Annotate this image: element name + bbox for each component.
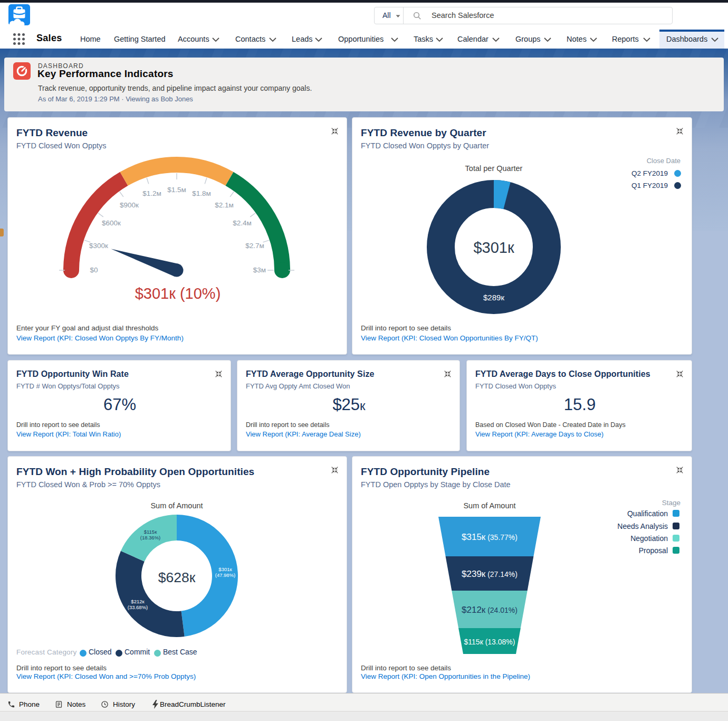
svg-text:$900к: $900к bbox=[120, 201, 139, 209]
svg-text:$2.7м: $2.7м bbox=[245, 242, 264, 250]
svg-text:$300к: $300к bbox=[89, 242, 108, 250]
svg-text:$2.1м: $2.1м bbox=[215, 201, 234, 209]
svg-text:$212к (24.01%): $212к (24.01%) bbox=[462, 605, 518, 615]
svg-text:$1.8м: $1.8м bbox=[192, 189, 211, 197]
svg-text:$2.4м: $2.4м bbox=[233, 219, 252, 227]
svg-text:(33.68%): (33.68%) bbox=[128, 604, 148, 610]
svg-text:$239к (27.14%): $239к (27.14%) bbox=[462, 569, 518, 579]
svg-text:$1.5м: $1.5м bbox=[167, 186, 186, 194]
svg-text:$289к: $289к bbox=[483, 293, 504, 302]
svg-text:$1.2м: $1.2м bbox=[142, 189, 161, 197]
svg-text:$301к: $301к bbox=[473, 239, 514, 256]
svg-text:$115к (13.08%): $115к (13.08%) bbox=[464, 638, 515, 646]
svg-text:(18.36%): (18.36%) bbox=[140, 535, 161, 540]
svg-text:$0: $0 bbox=[90, 266, 98, 274]
svg-text:$628к: $628к bbox=[158, 570, 196, 585]
svg-text:$3м: $3м bbox=[253, 266, 266, 274]
svg-text:$600к: $600к bbox=[102, 219, 121, 227]
svg-text:$301к: $301к bbox=[218, 566, 232, 572]
svg-text:(47.98%): (47.98%) bbox=[215, 572, 236, 578]
svg-text:$115к: $115к bbox=[144, 529, 157, 535]
svg-text:$212к: $212к bbox=[131, 599, 145, 604]
